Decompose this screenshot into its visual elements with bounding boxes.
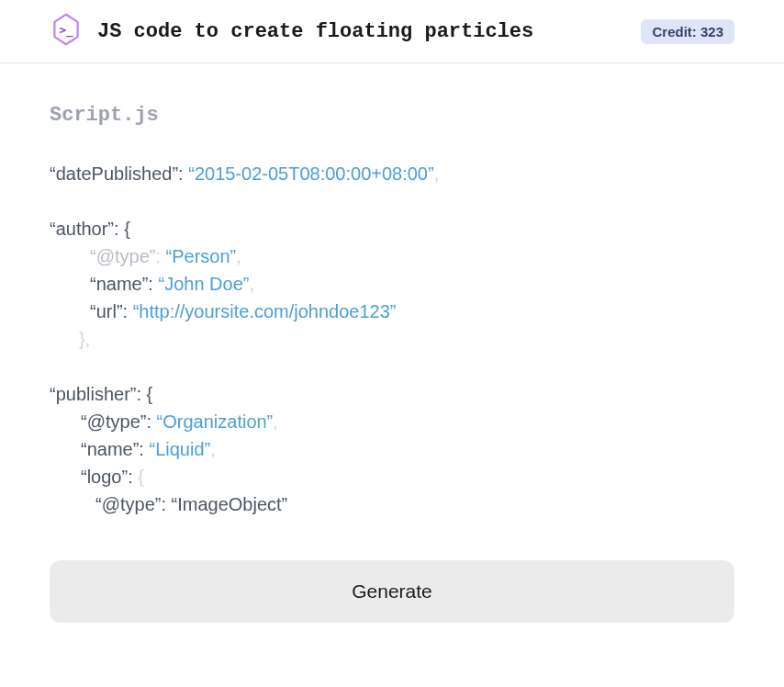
app-logo-icon: >_ bbox=[50, 13, 83, 50]
code-key: “datePublished” bbox=[50, 163, 178, 184]
credit-badge: Credit: 323 bbox=[641, 19, 734, 44]
code-key: “url” bbox=[90, 301, 123, 321]
generate-button[interactable]: Generate bbox=[50, 560, 734, 623]
code-block: “datePublished”: “2015-02-05T08:00:00+08… bbox=[50, 160, 734, 518]
code-section-date: “datePublished”: “2015-02-05T08:00:00+08… bbox=[50, 160, 734, 187]
code-value: “Organization” bbox=[157, 411, 274, 432]
code-section-author: “author”: { “@type”: “Person”, “name”: “… bbox=[50, 215, 734, 353]
code-value: “ImageObject” bbox=[172, 494, 288, 514]
code-value: “2015-02-05T08:00:00+08:00” bbox=[188, 163, 433, 184]
code-key: “logo” bbox=[81, 467, 128, 487]
code-section-publisher: “publisher”: { “@type”: “Organization”, … bbox=[50, 380, 734, 518]
main-content: Script.js “datePublished”: “2015-02-05T0… bbox=[0, 104, 784, 623]
code-value: “http://yoursite.com/johndoe123” bbox=[133, 301, 397, 321]
code-value: “John Doe” bbox=[158, 274, 249, 294]
code-value: “Liquid” bbox=[149, 439, 210, 459]
code-key: “@type” bbox=[81, 411, 146, 432]
file-title: Script.js bbox=[50, 104, 734, 127]
page-title: JS code to create floating particles bbox=[97, 20, 626, 43]
code-key: “author” bbox=[50, 219, 114, 239]
code-key: “publisher” bbox=[50, 384, 136, 404]
svg-text:>_: >_ bbox=[59, 23, 73, 38]
code-value: “Person” bbox=[166, 246, 237, 266]
header: >_ JS code to create floating particles … bbox=[0, 0, 784, 63]
code-key: “@type” bbox=[90, 246, 155, 266]
code-key: “name” bbox=[90, 274, 148, 294]
code-key: “@type” bbox=[95, 494, 161, 514]
code-key: “name” bbox=[81, 439, 139, 459]
